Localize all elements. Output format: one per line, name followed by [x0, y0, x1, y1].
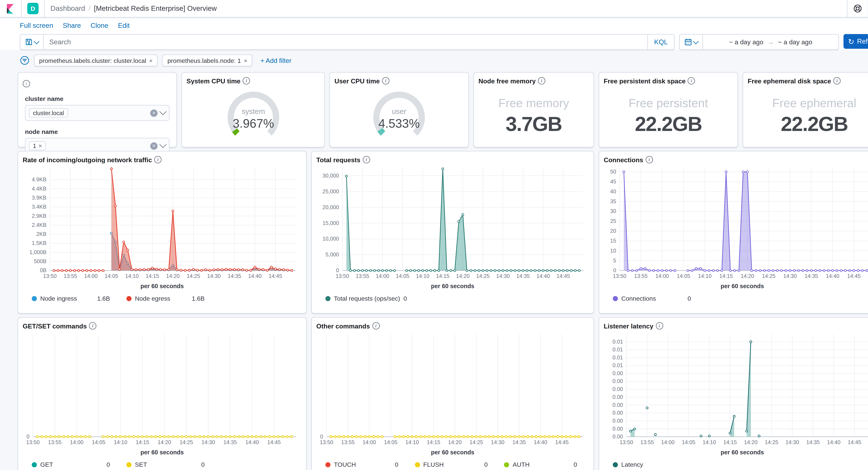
remove-option-icon[interactable]: × [38, 142, 42, 149]
svg-text:45: 45 [610, 179, 616, 185]
cluster-name-select[interactable]: cluster.local × [25, 105, 169, 121]
space-badge[interactable]: D [27, 3, 38, 14]
arrow-right-icon: → [765, 38, 776, 45]
svg-text:14:00: 14:00 [655, 273, 669, 279]
filter-options-icon[interactable] [20, 56, 30, 65]
kql-switch-button[interactable]: KQL [647, 35, 674, 49]
panel-info-icon[interactable]: i [833, 77, 841, 84]
panel-info-icon[interactable]: i [538, 77, 545, 84]
date-quick-menu-button[interactable] [680, 35, 703, 49]
search-input[interactable]: Search [43, 38, 647, 46]
legend-item[interactable]: Connections0 [613, 295, 691, 302]
date-to[interactable]: ~ a day ago [778, 38, 812, 45]
panel-info-icon[interactable]: i [656, 322, 663, 329]
legend-label: GET [40, 461, 53, 468]
legend-value: 0 [403, 295, 407, 302]
legend-item[interactable]: SET0 [126, 461, 205, 468]
filter-pill-node[interactable]: prometheus.labels.node: 1 × [162, 54, 252, 66]
connections-chart[interactable]: 13:5013:5514:0014:0514:1014:1514:2014:25… [599, 163, 868, 282]
svg-text:10: 10 [610, 248, 616, 254]
panel-info-icon[interactable]: i [363, 156, 370, 163]
listener-latency-chart[interactable]: 13:5013:5514:0014:0514:1014:1514:2014:25… [599, 329, 868, 448]
panel-info-icon[interactable]: i [646, 156, 653, 163]
svg-text:20,000: 20,000 [322, 204, 339, 210]
kibana-logo[interactable] [0, 0, 21, 17]
panel-info-icon[interactable]: i [382, 77, 389, 84]
svg-text:14:10: 14:10 [114, 439, 127, 445]
saved-query-menu-button[interactable] [21, 35, 44, 49]
legend-item[interactable]: AUTH0 [504, 461, 577, 468]
legend-dot-icon [613, 462, 618, 467]
legend-item[interactable]: Latency [613, 461, 691, 468]
legend-label: SET [135, 461, 147, 468]
network-traffic-chart[interactable]: 13:5013:5514:0014:0514:1014:1514:2014:25… [18, 163, 306, 282]
svg-text:14:00: 14:00 [84, 273, 98, 279]
panel-title: System CPU time [186, 78, 241, 84]
svg-text:14:25: 14:25 [470, 439, 483, 445]
filter-pill-cluster[interactable]: prometheus.labels.cluster: cluster.local… [34, 54, 158, 66]
svg-text:2KB: 2KB [36, 231, 46, 237]
panel-info-icon[interactable]: i [243, 77, 250, 84]
menu-item-clone[interactable]: Clone [91, 22, 108, 30]
panel-info-icon[interactable]: i [23, 80, 30, 87]
panel-title: Other commands [316, 322, 370, 329]
help-menu-button[interactable] [847, 0, 868, 17]
panel-listener-latency: Listener latencyi 13:5013:5514:0014:0514… [598, 317, 868, 470]
top-bars: Full screen Share Clone Edit Search KQL [0, 18, 868, 50]
add-filter-button[interactable]: + Add filter [260, 57, 291, 64]
svg-text:13:55: 13:55 [48, 439, 62, 445]
svg-text:14:15: 14:15 [136, 439, 149, 445]
legend-item[interactable]: FLUSH0 [415, 461, 488, 468]
svg-text:14:10: 14:10 [698, 273, 712, 279]
svg-text:14:10: 14:10 [416, 273, 430, 279]
legend-item[interactable]: Node egress1.6B [126, 295, 205, 302]
panel-info-icon[interactable]: i [372, 322, 379, 329]
total-requests-chart[interactable]: 13:5013:5514:0014:0514:1014:1514:2014:25… [312, 163, 593, 282]
space-selector[interactable]: D [22, 0, 44, 17]
svg-text:1,000B: 1,000B [29, 249, 46, 255]
panel-title: Free ephemeral disk space [748, 78, 831, 84]
menu-item-edit[interactable]: Edit [118, 22, 130, 30]
svg-text:14:45: 14:45 [555, 439, 569, 445]
refresh-button[interactable]: ↻ Refresh [843, 34, 868, 49]
svg-text:14:25: 14:25 [765, 439, 778, 445]
svg-text:14:05: 14:05 [677, 273, 690, 279]
date-range[interactable]: ~ a day ago → ~ a day ago [703, 38, 838, 45]
legend-item[interactable]: TOUCH0 [325, 461, 398, 468]
query-bar: Search KQL ~ a day ago → ~ a day ago [20, 34, 868, 50]
menu-item-share[interactable]: Share [63, 22, 81, 30]
metric-value: 22.2GB [781, 112, 848, 136]
svg-text:0.00: 0.00 [613, 378, 623, 384]
legend-value: 0 [687, 295, 691, 302]
clear-selection-icon[interactable]: × [150, 109, 157, 117]
legend-item[interactable]: Total requests (ops/sec)0 [325, 295, 404, 302]
legend-item[interactable]: Node ingress1.6B [32, 295, 110, 302]
legend-label: Connections [621, 295, 656, 302]
svg-text:13:55: 13:55 [356, 273, 369, 279]
remove-filter-icon[interactable]: × [244, 57, 247, 64]
get-set-commands-chart[interactable]: 13:5013:5514:0014:0514:1014:1514:2014:25… [18, 329, 306, 448]
breadcrumb-dashboard-link[interactable]: Dashboard [51, 4, 85, 12]
legend-value: 0 [484, 461, 488, 468]
svg-text:1.5KB: 1.5KB [32, 240, 46, 246]
panel-title: Free persistent disk space [604, 78, 686, 84]
svg-text:10,000: 10,000 [322, 236, 339, 242]
legend-label: Total requests (ops/sec) [334, 295, 400, 302]
clear-selection-icon[interactable]: × [150, 142, 157, 149]
menu-item-full-screen[interactable]: Full screen [20, 22, 53, 30]
legend-label: FLUSH [423, 461, 444, 468]
svg-text:14:35: 14:35 [516, 273, 530, 279]
legend-item[interactable]: GET0 [32, 461, 110, 468]
panel-info-icon[interactable]: i [154, 156, 161, 163]
svg-text:0.00: 0.00 [613, 410, 623, 416]
svg-text:50: 50 [610, 169, 616, 175]
legend-value: 0 [574, 461, 577, 468]
other-commands-chart[interactable]: 13:5013:5514:0014:0514:1014:1514:2014:25… [312, 329, 593, 448]
svg-text:0.01: 0.01 [613, 339, 623, 345]
date-from[interactable]: ~ a day ago [729, 38, 763, 45]
svg-text:13:55: 13:55 [634, 273, 648, 279]
panel-info-icon[interactable]: i [688, 77, 695, 84]
breadcrumb-separator: / [89, 4, 90, 12]
panel-info-icon[interactable]: i [89, 322, 96, 329]
remove-filter-icon[interactable]: × [149, 57, 153, 64]
